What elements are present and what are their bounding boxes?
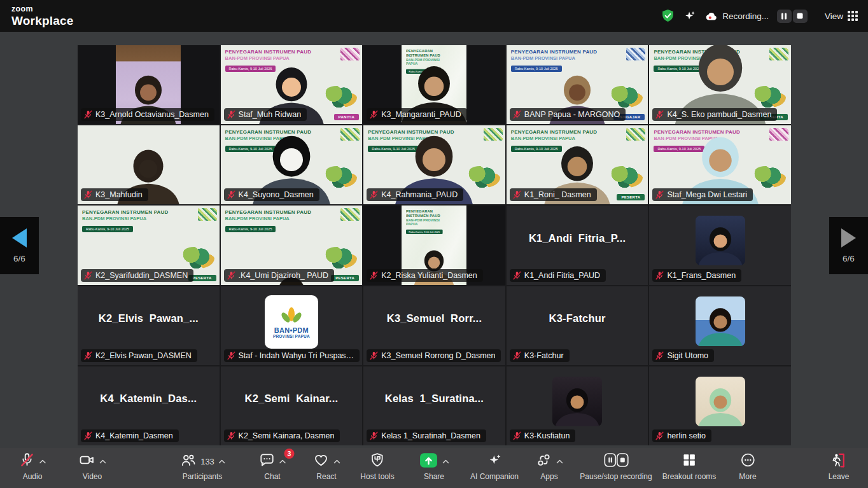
participant-tile[interactable]: K3-Fatchur K3-Fatchur	[507, 286, 648, 365]
participant-name-pill: Kelas 1_Suratinah_Dasmen	[367, 429, 486, 442]
chat-unread-badge: 3	[284, 449, 295, 459]
participant-tile[interactable]: K1_Andi Fitria_P... K1_Andi Fitria_PAUD	[507, 206, 648, 284]
participant-tile[interactable]: PENYEGARAN INSTRUMEN PAUD BAN-PDM PROVIN…	[363, 206, 505, 284]
participant-tile[interactable]: PENYEGARAN INSTRUMEN PAUD BAN-PDM PROVIN…	[221, 45, 363, 124]
participant-name-pill: K4_Rahmania_PAUD	[367, 188, 463, 201]
participant-tile[interactable]: herlin setio	[649, 366, 791, 445]
banner-subtitle: BAN-PDM PROVINSI PAPUA	[511, 55, 598, 61]
participant-name-label: Staf - Indah Wahyu Tri Puspasari	[239, 351, 354, 360]
participant-display-name: K4_Katemin_Das...	[78, 366, 220, 431]
participant-tile[interactable]: K3_Arnold Octavianus_Dasmen	[78, 45, 220, 124]
toolbar-button-label: Participants	[183, 472, 223, 481]
previous-page-button[interactable]: 6/6	[0, 217, 39, 274]
participant-silhouette	[696, 384, 745, 426]
toolbar-react-button[interactable]: React	[312, 452, 340, 481]
participant-name-pill: K3_Mangaranti_PAUD	[367, 108, 467, 121]
banner-corner-decoration	[198, 208, 217, 221]
participants-icon	[179, 452, 197, 471]
participant-tile[interactable]: Kelas 1_Suratina... Kelas 1_Suratinah_Da…	[363, 366, 505, 445]
participant-tile[interactable]: Sigit Utomo	[649, 286, 791, 365]
workplace-logo-text: Workplace	[11, 15, 74, 27]
participant-silhouette	[552, 384, 602, 426]
participant-tile[interactable]: PENYEGARAN INSTRUMEN PAUD BAN-PDM PROVIN…	[363, 125, 505, 204]
participant-tile[interactable]: PENYEGARAN INSTRUMEN PAUD BAN-PDM PROVIN…	[649, 125, 791, 204]
participant-tile[interactable]: K3_Semuel Rorr... K3_Semuel Rorrong D_Da…	[363, 286, 505, 365]
chevron-up-icon[interactable]	[218, 459, 225, 464]
participant-name-pill: K4_Suyono_Dasmen	[224, 188, 319, 201]
participant-display-name: K3-Fatchur	[507, 286, 648, 351]
chevron-up-icon[interactable]	[333, 459, 340, 464]
participant-tile[interactable]: PENYEGARAN INSTRUMEN PAUD BAN-PDM PROVIN…	[649, 45, 791, 124]
toolbar-chat-button[interactable]: 3Chat	[259, 452, 286, 481]
chevron-up-icon[interactable]	[442, 459, 449, 464]
participant-tile[interactable]: BAN•PDM PROVINSI PAPUA Staf - Indah Wahy…	[221, 286, 363, 365]
participant-tile[interactable]: PENYEGARAN INSTRUMEN PAUD BAN-PDM PROVIN…	[221, 125, 363, 204]
participant-tile[interactable]: K3_Mahfudin	[78, 125, 220, 204]
toolbar-audio-button[interactable]: Audio	[19, 452, 46, 481]
recording-cloud-icon	[705, 11, 718, 21]
toolbar-button-label: Pause/stop recording	[580, 472, 652, 481]
toolbar-pause-stop-recording-button[interactable]: Pause/stop recording	[580, 452, 652, 481]
participant-name-label: K1_Andi Fitria_PAUD	[524, 271, 600, 280]
pause-recording-button[interactable]	[777, 10, 792, 23]
toolbar-button-label: Share	[424, 472, 444, 481]
toolbar-more-button[interactable]: More	[739, 452, 756, 481]
role-tag: PESERTA	[617, 194, 645, 200]
participant-name-pill: K3-Kusfiatun	[510, 429, 576, 442]
participant-tile[interactable]: K2_Semi Kainar... K2_Semi Kainara, Dasme…	[221, 366, 363, 445]
virtual-background-banner: PENYEGARAN INSTRUMEN PAUD BAN-PDM PROVIN…	[225, 209, 312, 233]
participant-name-pill: K1_Frans_Dasmen	[652, 269, 741, 282]
participant-tile[interactable]: PENYEGARAN INSTRUMEN PAUD BAN-PDM PROVIN…	[507, 45, 648, 124]
toolbar-participants-button[interactable]: 133Participants	[179, 452, 225, 481]
participant-tile[interactable]: K3-Kusfiatun	[507, 366, 648, 445]
recording-label: Recording...	[722, 11, 769, 21]
stop-recording-button[interactable]	[793, 10, 808, 23]
virtual-background-banner: PENYEGARAN INSTRUMEN PAUD BAN-PDM PROVIN…	[82, 209, 169, 233]
chevron-up-icon[interactable]	[39, 459, 46, 464]
participant-name-pill: .K4_Umi Djaziroh_ PAUD	[224, 269, 334, 282]
banner-subtitle: BAN-PDM PROVINSI PAPUA	[225, 55, 312, 61]
toolbar-apps-button[interactable]: Apps	[535, 452, 563, 481]
participant-tile[interactable]: PENYEGARAN INSTRUMEN PAUD BAN-PDM PROVIN…	[78, 206, 220, 284]
role-tag: PESERTA	[331, 275, 359, 281]
participant-name-pill: K2_Riska Yulianti_Dasmen	[367, 269, 483, 282]
participant-name-pill: K4_S. Eko pambudi_Dasmen	[652, 108, 777, 121]
camera-icon	[78, 452, 95, 471]
chevron-up-icon[interactable]	[556, 459, 563, 464]
security-shield-icon[interactable]	[661, 9, 675, 23]
breakout-icon	[680, 452, 697, 471]
participant-tile[interactable]: K4_Katemin_Das... K4_Katemin_Dasmen	[78, 366, 220, 445]
participant-name-label: Kelas 1_Suratinah_Dasmen	[381, 431, 480, 440]
chevron-up-icon[interactable]	[279, 459, 286, 464]
toolbar-button-label: More	[739, 472, 756, 481]
participant-tile[interactable]: PENYEGARAN INSTRUMEN PAUD BAN-PDM PROVIN…	[221, 206, 363, 284]
toolbar-share-button[interactable]: Share	[419, 452, 449, 481]
banner-title: PENYEGARAN INSTRUMEN PAUD	[225, 209, 312, 215]
toolbar-ai-companion-button[interactable]: AI Companion	[470, 452, 519, 481]
virtual-background-banner: PENYEGARAN INSTRUMEN PAUD BAN-PDM PROVIN…	[406, 209, 449, 235]
toolbar-host-tools-button[interactable]: Host tools	[360, 452, 394, 481]
view-button[interactable]: View	[825, 11, 858, 21]
participant-tile[interactable]: PENYEGARAN INSTRUMEN PAUD BAN-PDM PROVIN…	[363, 45, 505, 124]
recording-indicator: Recording...	[705, 11, 769, 21]
toolbar-breakout-rooms-button[interactable]: Breakout rooms	[662, 452, 717, 481]
participant-name-label: BANP Papua - MARGONO	[524, 110, 620, 119]
participant-tile[interactable]: K2_Elvis Pawan_... K2_Elvis Pawan_DASMEN	[78, 286, 220, 365]
participant-name-pill: K1_Roni_ Dasmen	[510, 188, 597, 201]
video-gallery-grid: K3_Arnold Octavianus_Dasmen PENYEGARAN I…	[78, 45, 791, 445]
next-page-button[interactable]: 6/6	[829, 217, 868, 274]
toolbar-leave-button[interactable]: Leave	[829, 452, 850, 481]
chevron-up-icon[interactable]	[99, 459, 106, 464]
muted-mic-icon	[84, 271, 92, 280]
participant-tile[interactable]: PENYEGARAN INSTRUMEN PAUD BAN-PDM PROVIN…	[507, 125, 648, 204]
view-label: View	[825, 11, 843, 21]
toolbar-video-button[interactable]: Video	[78, 452, 106, 481]
participant-tile[interactable]: K1_Frans_Dasmen	[649, 206, 791, 284]
participant-name-label: K2_Semi Kainara, Dasmen	[239, 431, 335, 440]
ai-companion-status-icon[interactable]	[683, 9, 697, 23]
zoom-logo-text: zoom	[11, 5, 74, 13]
participant-name-pill: K4_Katemin_Dasmen	[81, 429, 179, 442]
muted-mic-icon	[84, 190, 92, 199]
top-bar-controls: Recording... View	[661, 9, 858, 23]
banner-corner-decoration	[626, 48, 645, 60]
